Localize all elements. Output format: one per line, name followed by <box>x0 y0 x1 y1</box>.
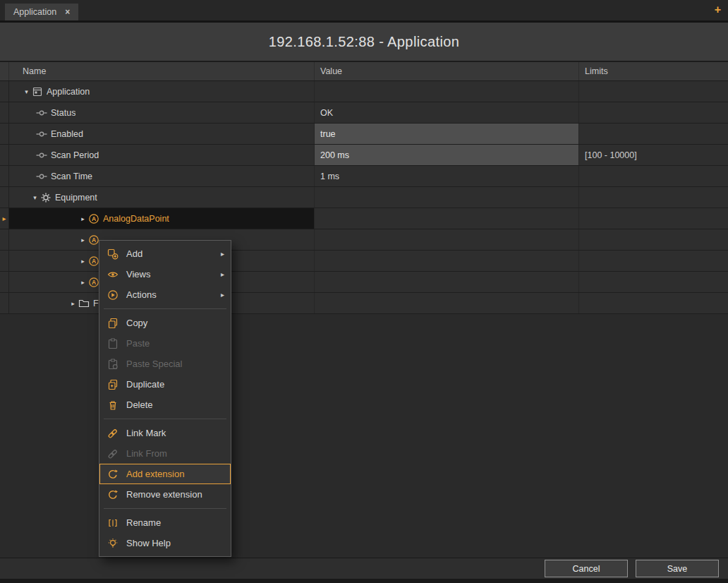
column-header-limits[interactable]: Limits <box>579 62 728 80</box>
tab-bar: Application × + <box>0 0 728 23</box>
row-name-cell[interactable]: ▾Equipment <box>9 187 315 208</box>
row-name-cell[interactable]: Status <box>9 102 315 123</box>
row-value-cell <box>315 208 579 229</box>
chevron-down-icon[interactable]: ▾ <box>22 88 31 95</box>
menu-item-paste-special[interactable]: Paste Special <box>99 354 231 374</box>
submenu-arrow-icon: ▸ <box>221 291 224 299</box>
row-name-cell[interactable]: Scan Period <box>9 145 315 165</box>
menu-item-label: Rename <box>126 517 161 528</box>
column-header-value[interactable]: Value <box>315 62 579 80</box>
new-tab-button[interactable]: + <box>715 4 721 16</box>
table-row[interactable]: ▾Application <box>0 81 728 102</box>
row-gutter <box>0 272 9 292</box>
row-gutter <box>0 81 9 102</box>
app-window: Application × + 192.168.1.52:88 - Applic… <box>0 0 728 583</box>
row-limits-cell <box>579 251 728 271</box>
application-icon <box>31 86 44 97</box>
menu-item-label: Remove extension <box>126 489 202 500</box>
row-name-cell[interactable]: Enabled <box>9 124 315 144</box>
table-row[interactable]: Scan Time1 ms <box>0 166 728 187</box>
row-name-label: Equipment <box>55 193 97 203</box>
row-name-cell[interactable]: ▾Application <box>9 81 315 102</box>
grid-header: Name Value Limits <box>0 62 728 81</box>
row-name-cell[interactable]: ▸AAnalogDataPoint <box>9 208 315 229</box>
delete-icon <box>107 399 119 411</box>
menu-item-views[interactable]: Views▸ <box>99 264 231 284</box>
rename-icon <box>107 517 119 529</box>
chevron-right-icon[interactable]: ▸ <box>78 279 87 286</box>
context-menu: Add▸Views▸Actions▸CopyPastePaste Special… <box>99 240 231 557</box>
menu-item-paste[interactable]: Paste <box>99 333 231 354</box>
table-row[interactable]: Scan Period200 ms[100 - 10000] <box>0 145 728 166</box>
menu-item-link-mark[interactable]: Link Mark <box>99 423 231 443</box>
tab-label: Application <box>13 7 56 17</box>
link-icon <box>107 448 119 459</box>
table-row[interactable]: ▸▸AAnalogDataPoint <box>0 208 728 229</box>
extension-icon <box>107 469 119 480</box>
menu-item-remove-extension[interactable]: Remove extension <box>99 484 231 505</box>
row-limits-cell <box>579 293 728 313</box>
row-value-cell <box>315 187 579 208</box>
table-row[interactable]: Enabledtrue <box>0 124 728 145</box>
row-name-cell[interactable]: Scan Time <box>9 166 315 186</box>
row-name-label: Scan Period <box>51 150 99 160</box>
cancel-button[interactable]: Cancel <box>545 560 628 577</box>
chevron-down-icon[interactable]: ▾ <box>30 194 40 201</box>
menu-item-show-help[interactable]: Show Help <box>99 533 231 553</box>
svg-text:A: A <box>92 279 96 286</box>
row-limits-cell <box>579 272 728 292</box>
row-value-cell[interactable]: true <box>315 124 579 144</box>
row-limits-cell <box>579 102 728 123</box>
row-limits-cell <box>579 208 728 229</box>
menu-item-actions[interactable]: Actions▸ <box>99 284 231 305</box>
menu-item-copy[interactable]: Copy <box>99 313 231 333</box>
row-limits-cell <box>579 229 728 250</box>
menu-item-label: Actions <box>126 289 157 300</box>
column-header-name[interactable]: Name <box>9 62 315 80</box>
menu-item-duplicate[interactable]: Duplicate <box>99 374 231 395</box>
chevron-right-icon[interactable]: ▸ <box>78 258 87 265</box>
tab-application[interactable]: Application × <box>5 4 78 20</box>
row-value-cell: 1 ms <box>315 166 579 186</box>
row-gutter <box>0 166 9 186</box>
property-icon <box>35 171 48 182</box>
row-gutter <box>0 293 9 313</box>
row-value-cell <box>315 251 579 271</box>
eye-icon <box>107 269 119 280</box>
menu-item-rename[interactable]: Rename <box>99 512 231 533</box>
table-row[interactable]: StatusOK <box>0 102 728 124</box>
menu-item-label: Paste <box>126 338 150 349</box>
menu-item-label: Link Mark <box>126 428 166 438</box>
menu-item-add-extension[interactable]: Add extension <box>99 464 231 484</box>
page-title: 192.168.1.52:88 - Application <box>269 34 460 50</box>
analog-point-icon: A <box>87 213 100 224</box>
bottom-strip <box>0 579 728 583</box>
property-icon <box>35 150 48 161</box>
menu-item-delete[interactable]: Delete <box>99 395 231 415</box>
chevron-right-icon[interactable]: ▸ <box>68 300 78 307</box>
row-limits-cell <box>579 187 728 208</box>
folder-icon <box>78 298 90 309</box>
property-icon <box>35 107 48 119</box>
tab-close-icon[interactable]: × <box>65 7 70 17</box>
menu-item-label: Link From <box>126 448 167 459</box>
add-icon <box>107 248 119 260</box>
row-gutter: ▸ <box>0 208 9 229</box>
selected-row-marker-icon: ▸ <box>2 215 6 222</box>
menu-item-label: Show Help <box>126 538 171 548</box>
menu-item-label: Delete <box>126 399 153 410</box>
row-name-label: Application <box>47 87 90 97</box>
row-name-label: Scan Time <box>51 172 92 181</box>
menu-item-label: Views <box>126 269 150 280</box>
menu-item-add[interactable]: Add▸ <box>99 244 231 264</box>
row-limits-cell <box>579 124 728 144</box>
row-name-label: Enabled <box>51 129 83 139</box>
save-button[interactable]: Save <box>636 560 719 577</box>
chevron-right-icon[interactable]: ▸ <box>78 215 87 222</box>
row-value-cell[interactable]: 200 ms <box>315 145 579 165</box>
row-limits-cell: [100 - 10000] <box>579 145 728 165</box>
row-gutter <box>0 102 9 123</box>
menu-item-link-from[interactable]: Link From <box>99 443 231 464</box>
chevron-right-icon[interactable]: ▸ <box>78 236 87 244</box>
table-row[interactable]: ▾Equipment <box>0 187 728 208</box>
